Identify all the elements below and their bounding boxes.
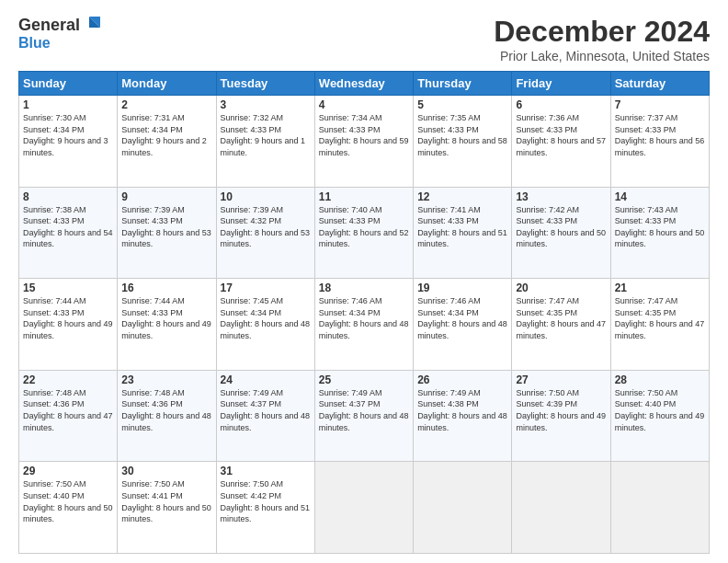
month-title: December 2024 <box>494 15 710 49</box>
title-section: December 2024 Prior Lake, Minnesota, Uni… <box>494 15 710 63</box>
calendar-week-5: 29Sunrise: 7:50 AMSunset: 4:40 PMDayligh… <box>19 462 710 554</box>
day-number: 1 <box>23 98 113 111</box>
day-info: Sunrise: 7:37 AMSunset: 4:33 PMDaylight:… <box>615 112 705 158</box>
calendar-cell: 7Sunrise: 7:37 AMSunset: 4:33 PMDaylight… <box>610 96 709 188</box>
day-info: Sunrise: 7:34 AMSunset: 4:33 PMDaylight:… <box>319 112 409 158</box>
calendar-cell: 17Sunrise: 7:45 AMSunset: 4:34 PMDayligh… <box>216 279 314 371</box>
day-info: Sunrise: 7:32 AMSunset: 4:33 PMDaylight:… <box>221 112 311 158</box>
calendar-cell: 29Sunrise: 7:50 AMSunset: 4:40 PMDayligh… <box>19 462 118 554</box>
day-number: 27 <box>516 373 606 386</box>
calendar-cell <box>414 462 512 554</box>
day-number: 11 <box>319 190 409 203</box>
day-info: Sunrise: 7:50 AMSunset: 4:40 PMDaylight:… <box>615 387 705 433</box>
day-number: 26 <box>417 373 507 386</box>
day-number: 19 <box>417 282 507 294</box>
day-number: 13 <box>516 190 606 203</box>
day-info: Sunrise: 7:50 AMSunset: 4:40 PMDaylight:… <box>23 478 113 524</box>
day-number: 22 <box>23 373 113 386</box>
calendar-header-row: Sunday Monday Tuesday Wednesday Thursday… <box>19 72 710 96</box>
day-number: 15 <box>23 282 113 294</box>
day-info: Sunrise: 7:49 AMSunset: 4:37 PMDaylight:… <box>319 387 409 433</box>
calendar-week-4: 22Sunrise: 7:48 AMSunset: 4:36 PMDayligh… <box>19 370 710 462</box>
calendar: Sunday Monday Tuesday Wednesday Thursday… <box>18 71 710 554</box>
day-info: Sunrise: 7:30 AMSunset: 4:34 PMDaylight:… <box>23 112 113 158</box>
day-number: 8 <box>23 190 113 203</box>
day-info: Sunrise: 7:47 AMSunset: 4:35 PMDaylight:… <box>615 295 705 341</box>
day-info: Sunrise: 7:41 AMSunset: 4:33 PMDaylight:… <box>417 204 507 250</box>
calendar-week-2: 8Sunrise: 7:38 AMSunset: 4:33 PMDaylight… <box>19 187 710 279</box>
calendar-cell: 4Sunrise: 7:34 AMSunset: 4:33 PMDaylight… <box>314 96 413 188</box>
day-info: Sunrise: 7:47 AMSunset: 4:35 PMDaylight:… <box>516 295 606 341</box>
day-number: 9 <box>121 190 211 203</box>
calendar-cell: 10Sunrise: 7:39 AMSunset: 4:32 PMDayligh… <box>216 187 314 279</box>
calendar-cell: 16Sunrise: 7:44 AMSunset: 4:33 PMDayligh… <box>118 279 216 371</box>
day-number: 25 <box>319 373 409 386</box>
calendar-cell: 20Sunrise: 7:47 AMSunset: 4:35 PMDayligh… <box>512 279 610 371</box>
day-number: 3 <box>221 98 311 111</box>
calendar-cell: 2Sunrise: 7:31 AMSunset: 4:34 PMDaylight… <box>118 96 216 188</box>
day-info: Sunrise: 7:44 AMSunset: 4:33 PMDaylight:… <box>23 295 113 341</box>
day-number: 23 <box>121 373 211 386</box>
calendar-cell: 3Sunrise: 7:32 AMSunset: 4:33 PMDaylight… <box>216 96 314 188</box>
day-info: Sunrise: 7:35 AMSunset: 4:33 PMDaylight:… <box>417 112 507 158</box>
day-info: Sunrise: 7:36 AMSunset: 4:33 PMDaylight:… <box>516 112 606 158</box>
day-number: 17 <box>221 282 311 294</box>
calendar-cell: 11Sunrise: 7:40 AMSunset: 4:33 PMDayligh… <box>314 187 413 279</box>
calendar-cell: 19Sunrise: 7:46 AMSunset: 4:34 PMDayligh… <box>414 279 512 371</box>
calendar-cell: 30Sunrise: 7:50 AMSunset: 4:41 PMDayligh… <box>118 462 216 554</box>
day-info: Sunrise: 7:38 AMSunset: 4:33 PMDaylight:… <box>23 204 113 250</box>
day-number: 29 <box>23 465 113 477</box>
calendar-week-1: 1Sunrise: 7:30 AMSunset: 4:34 PMDaylight… <box>19 96 710 188</box>
day-info: Sunrise: 7:43 AMSunset: 4:33 PMDaylight:… <box>615 204 705 250</box>
day-number: 28 <box>615 373 705 386</box>
day-info: Sunrise: 7:40 AMSunset: 4:33 PMDaylight:… <box>319 204 409 250</box>
calendar-cell: 12Sunrise: 7:41 AMSunset: 4:33 PMDayligh… <box>414 187 512 279</box>
logo-general-text: General <box>18 16 80 35</box>
day-info: Sunrise: 7:39 AMSunset: 4:33 PMDaylight:… <box>121 204 211 250</box>
day-info: Sunrise: 7:46 AMSunset: 4:34 PMDaylight:… <box>319 295 409 341</box>
location: Prior Lake, Minnesota, United States <box>494 49 710 63</box>
col-sunday: Sunday <box>19 72 118 96</box>
calendar-cell: 28Sunrise: 7:50 AMSunset: 4:40 PMDayligh… <box>610 370 709 462</box>
calendar-cell: 18Sunrise: 7:46 AMSunset: 4:34 PMDayligh… <box>314 279 413 371</box>
day-number: 12 <box>417 190 507 203</box>
col-saturday: Saturday <box>610 72 709 96</box>
day-info: Sunrise: 7:44 AMSunset: 4:33 PMDaylight:… <box>121 295 211 341</box>
col-wednesday: Wednesday <box>314 72 413 96</box>
day-info: Sunrise: 7:49 AMSunset: 4:38 PMDaylight:… <box>417 387 507 433</box>
day-number: 4 <box>319 98 409 111</box>
calendar-cell: 5Sunrise: 7:35 AMSunset: 4:33 PMDaylight… <box>414 96 512 188</box>
calendar-cell: 6Sunrise: 7:36 AMSunset: 4:33 PMDaylight… <box>512 96 610 188</box>
day-info: Sunrise: 7:48 AMSunset: 4:36 PMDaylight:… <box>23 387 113 433</box>
day-info: Sunrise: 7:45 AMSunset: 4:34 PMDaylight:… <box>221 295 311 341</box>
calendar-cell: 27Sunrise: 7:50 AMSunset: 4:39 PMDayligh… <box>512 370 610 462</box>
day-number: 7 <box>615 98 705 111</box>
day-number: 2 <box>121 98 211 111</box>
col-friday: Friday <box>512 72 610 96</box>
day-number: 6 <box>516 98 606 111</box>
calendar-cell: 21Sunrise: 7:47 AMSunset: 4:35 PMDayligh… <box>610 279 709 371</box>
calendar-cell <box>512 462 610 554</box>
day-number: 24 <box>221 373 311 386</box>
calendar-cell: 22Sunrise: 7:48 AMSunset: 4:36 PMDayligh… <box>19 370 118 462</box>
day-info: Sunrise: 7:50 AMSunset: 4:39 PMDaylight:… <box>516 387 606 433</box>
calendar-cell: 1Sunrise: 7:30 AMSunset: 4:34 PMDaylight… <box>19 96 118 188</box>
logo-icon <box>82 15 102 35</box>
calendar-cell <box>610 462 709 554</box>
logo: General Blue <box>18 15 102 52</box>
page: General Blue December 2024 Prior Lake, M… <box>0 0 728 563</box>
calendar-cell: 24Sunrise: 7:49 AMSunset: 4:37 PMDayligh… <box>216 370 314 462</box>
day-info: Sunrise: 7:50 AMSunset: 4:41 PMDaylight:… <box>121 478 211 524</box>
day-number: 14 <box>615 190 705 203</box>
calendar-cell: 23Sunrise: 7:48 AMSunset: 4:36 PMDayligh… <box>118 370 216 462</box>
day-info: Sunrise: 7:46 AMSunset: 4:34 PMDaylight:… <box>417 295 507 341</box>
calendar-cell <box>314 462 413 554</box>
day-number: 20 <box>516 282 606 294</box>
day-info: Sunrise: 7:50 AMSunset: 4:42 PMDaylight:… <box>221 478 311 524</box>
col-thursday: Thursday <box>414 72 512 96</box>
calendar-cell: 9Sunrise: 7:39 AMSunset: 4:33 PMDaylight… <box>118 187 216 279</box>
col-monday: Monday <box>118 72 216 96</box>
day-info: Sunrise: 7:48 AMSunset: 4:36 PMDaylight:… <box>121 387 211 433</box>
day-info: Sunrise: 7:31 AMSunset: 4:34 PMDaylight:… <box>121 112 211 158</box>
day-number: 16 <box>121 282 211 294</box>
